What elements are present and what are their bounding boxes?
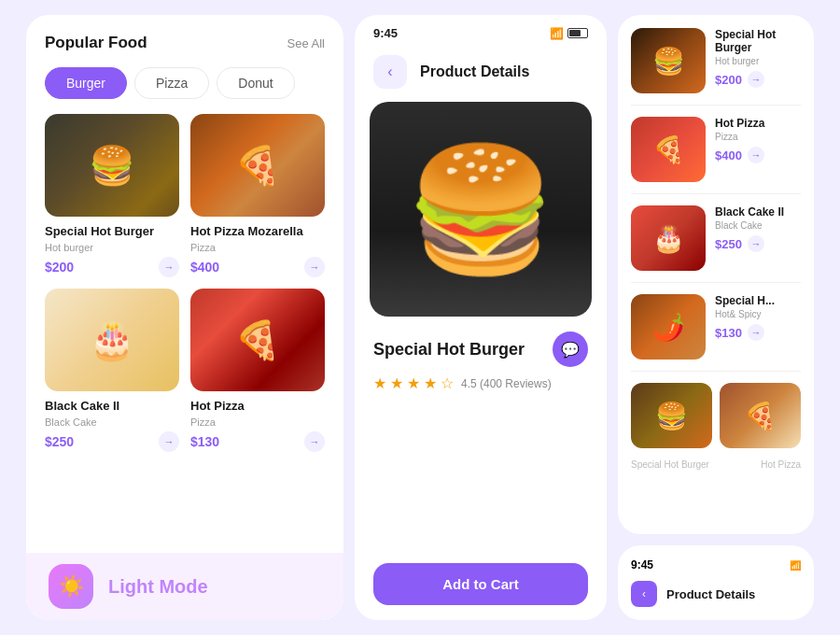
right-panel: 🍔 Special Hot Burger Hot burger $200 → 🍕… <box>618 15 814 620</box>
right-label-pizza: Hot Pizza <box>761 459 801 470</box>
right-top-section: 🍔 Special Hot Burger Hot burger $200 → 🍕… <box>618 15 814 534</box>
star-1: ★ <box>373 374 386 392</box>
right-food-cat-4: Hot& Spicy <box>715 309 775 319</box>
product-name: Special Hot Burger <box>373 340 525 360</box>
right-food-details-4: Special H... Hot& Spicy $130 → <box>715 294 775 341</box>
right-label-burger: Special Hot Burger <box>631 459 709 470</box>
food-price-2: $400 <box>190 260 219 275</box>
right-label-row: Special Hot Burger Hot Pizza <box>631 459 801 470</box>
see-all-link[interactable]: See All <box>287 36 325 50</box>
right-food-name-1: Special Hot Burger <box>715 28 801 54</box>
add-to-cart-area: Add to Cart <box>355 548 607 620</box>
food-cat-3: Black Cake <box>45 416 179 428</box>
food-price-row-3: $250 → <box>45 431 179 452</box>
right-food-row-5: 🍔 🍕 <box>631 383 801 448</box>
right-food-cat-1: Hot burger <box>715 56 801 66</box>
category-pizza[interactable]: Pizza <box>134 67 209 99</box>
food-arrow-4[interactable]: → <box>304 431 325 452</box>
right-price-row-4: $130 → <box>715 324 775 341</box>
food-price-1: $200 <box>45 260 74 275</box>
right-arrow-3[interactable]: → <box>748 235 764 252</box>
category-donut[interactable]: Donut <box>217 67 294 99</box>
sun-icon: ☀️ <box>49 564 93 609</box>
food-card-3: 🎂 Black Cake II Black Cake $250 → <box>45 289 179 452</box>
food-card-4: 🍕 Hot Pizza Pizza $130 → <box>190 289 325 452</box>
right-img-pizza2: 🍕 <box>720 383 801 448</box>
right-arrow-4[interactable]: → <box>748 324 764 341</box>
right-product-header: ‹ Product Details <box>631 581 801 607</box>
food-cat-2: Pizza <box>190 242 325 253</box>
panel-title: Popular Food <box>45 34 147 52</box>
light-mode-label: Light Mode <box>108 576 208 598</box>
stars-row: ★ ★ ★ ★ ☆ 4.5 (400 Reviews) <box>373 374 588 392</box>
food-card-2: 🍕 Hot Pizza Mozarella Pizza $400 → <box>190 114 325 277</box>
chat-button[interactable]: 💬 <box>553 332 588 367</box>
star-4: ★ <box>424 374 437 392</box>
right-food-3: 🎂 Black Cake II Black Cake $250 → <box>631 205 801 271</box>
food-image-cake: 🎂 <box>45 289 179 391</box>
right-food-details-2: Hot Pizza Pizza $400 → <box>715 117 764 163</box>
food-price-row-1: $200 → <box>45 257 179 277</box>
panel-header: Popular Food See All <box>45 34 325 52</box>
food-price-4: $130 <box>190 434 219 449</box>
middle-panel: 9:45 📶 ‹ Product Details 🍔 Special Hot B… <box>355 15 607 620</box>
food-price-row-2: $400 → <box>190 257 325 277</box>
food-price-3: $250 <box>45 434 74 449</box>
rating-text: 4.5 (400 Reviews) <box>461 377 552 390</box>
battery-icon <box>567 28 588 38</box>
light-mode-bar[interactable]: ☀️ Light Mode <box>26 553 343 620</box>
right-food-name-2: Hot Pizza <box>715 117 764 130</box>
right-img-burger2: 🍔 <box>631 383 712 448</box>
right-arrow-2[interactable]: → <box>748 147 764 163</box>
product-name-row: Special Hot Burger 💬 <box>373 332 588 367</box>
star-half: ☆ <box>441 374 454 392</box>
right-img-special: 🌶️ <box>631 294 706 360</box>
add-to-cart-button[interactable]: Add to Cart <box>373 563 588 605</box>
food-grid: 🍔 Special Hot Burger Hot burger $200 → 🍕… <box>45 114 325 452</box>
right-signal-icon: 📶 <box>790 560 801 571</box>
right-price-2: $400 <box>715 148 742 162</box>
food-image-pizza2: 🍕 <box>190 289 325 391</box>
food-price-row-4: $130 → <box>190 431 325 452</box>
right-food-1: 🍔 Special Hot Burger Hot burger $200 → <box>631 28 801 93</box>
right-price-1: $200 <box>715 73 742 87</box>
left-panel: Popular Food See All Burger Pizza Donut … <box>26 15 343 620</box>
right-price-4: $130 <box>715 326 742 340</box>
food-name-3: Black Cake II <box>45 399 179 413</box>
signal-icon: 📶 <box>550 27 564 40</box>
food-name-4: Hot Pizza <box>190 399 325 413</box>
star-3: ★ <box>407 374 420 392</box>
food-arrow-2[interactable]: → <box>304 257 325 277</box>
food-card-1: 🍔 Special Hot Burger Hot burger $200 → <box>45 114 179 277</box>
right-img-burger: 🍔 <box>631 28 706 93</box>
food-image-pizza: 🍕 <box>190 114 325 217</box>
product-detail-title: Product Details <box>420 64 529 80</box>
right-food-cat-2: Pizza <box>715 132 764 142</box>
right-price-3: $250 <box>715 237 742 251</box>
right-status-icons: 📶 <box>790 560 801 571</box>
food-name-2: Hot Pizza Mozarella <box>190 224 325 238</box>
right-food-details-3: Black Cake II Black Cake $250 → <box>715 205 784 252</box>
right-food-cat-3: Black Cake <box>715 220 784 231</box>
star-2: ★ <box>390 374 403 392</box>
right-price-row-2: $400 → <box>715 147 764 163</box>
category-burger[interactable]: Burger <box>45 67 127 99</box>
food-arrow-3[interactable]: → <box>159 431 179 452</box>
right-arrow-1[interactable]: → <box>748 71 764 88</box>
food-image-burger: 🍔 <box>45 114 179 217</box>
right-bottom-section: 9:45 📶 ‹ Product Details <box>618 545 814 620</box>
category-tabs: Burger Pizza Donut <box>45 67 325 99</box>
right-product-title: Product Details <box>666 587 755 601</box>
phone-status-bar: 9:45 📶 <box>355 15 607 46</box>
right-status-time: 9:45 <box>631 558 653 572</box>
right-back-button[interactable]: ‹ <box>631 581 657 607</box>
food-arrow-1[interactable]: → <box>159 257 179 277</box>
product-hero-image: 🍔 <box>370 102 592 317</box>
right-price-row-1: $200 → <box>715 71 801 88</box>
right-food-details-1: Special Hot Burger Hot burger $200 → <box>715 28 801 88</box>
right-food-4: 🌶️ Special H... Hot& Spicy $130 → <box>631 294 801 360</box>
right-img-pizza: 🍕 <box>631 117 706 182</box>
product-detail-header: ‹ Product Details <box>355 46 607 102</box>
right-price-row-3: $250 → <box>715 235 784 252</box>
back-button[interactable]: ‹ <box>373 55 407 89</box>
